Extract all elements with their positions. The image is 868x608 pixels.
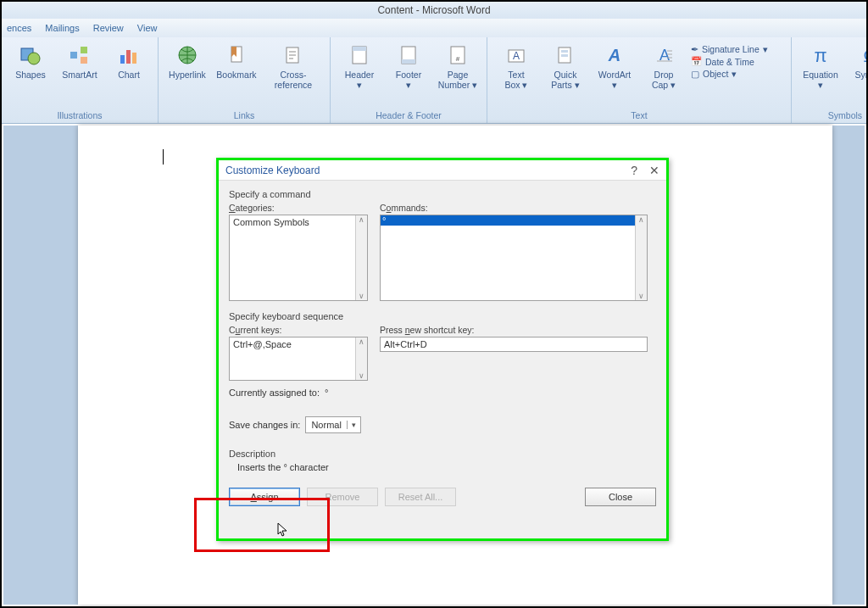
svg-rect-21 (561, 54, 568, 57)
group-title-hf: Header & Footer (337, 109, 480, 123)
group-illustrations: Shapes SmartArt Chart Illustrations (2, 37, 159, 123)
signature-line-button[interactable]: ✒Signature Line ▾ (691, 44, 784, 54)
list-item[interactable]: Common Symbols (233, 217, 309, 227)
svg-rect-4 (81, 57, 87, 64)
categories-label: Categories: (229, 203, 368, 213)
object-icon: ▢ (691, 69, 699, 79)
quickparts-icon (553, 42, 578, 68)
scrollbar[interactable]: ∧∨ (355, 215, 367, 300)
crossref-button[interactable]: Cross-reference (264, 41, 323, 109)
ribbon-tabs: ences Mailings Review View (2, 19, 866, 37)
chart-button[interactable]: Chart (107, 41, 151, 109)
svg-rect-12 (353, 47, 366, 51)
svg-text:A: A (608, 46, 620, 64)
calendar-icon: 📅 (691, 56, 702, 67)
omega-icon: Ω (857, 42, 868, 68)
specify-sequence-label: Specify keyboard sequence (229, 311, 656, 321)
tab-mailings[interactable]: Mailings (45, 23, 79, 33)
tab-view[interactable]: View (137, 23, 158, 33)
text-small-items: ✒Signature Line ▾ 📅Date & Time ▢Object ▾ (691, 41, 784, 109)
help-button[interactable]: ? (631, 164, 637, 177)
wordart-icon: A (602, 42, 627, 68)
svg-rect-2 (70, 52, 77, 59)
remove-button: Remove (307, 488, 378, 506)
assign-button[interactable]: Assign (229, 488, 300, 506)
press-new-label: Press new shortcut key: (380, 325, 656, 335)
group-title-links: Links (165, 109, 323, 123)
specify-command-label: Specify a command (229, 189, 656, 199)
group-text: A Text Box ▾ Quick Parts ▾ A WordArt▾ A … (487, 37, 792, 123)
dialog-titlebar: Customize Keyboard ? ✕ (219, 160, 666, 181)
quickparts-button[interactable]: Quick Parts ▾ (543, 41, 587, 109)
save-changes-row: Save changes in: Normal ▾ (229, 416, 656, 433)
tab-review[interactable]: Review (93, 23, 124, 33)
group-title-illustrations: Illustrations (8, 109, 151, 123)
shapes-icon (18, 42, 43, 68)
svg-text:π: π (814, 45, 826, 66)
new-shortcut-input[interactable]: Alt+Ctrl+D (380, 337, 648, 352)
header-button[interactable]: Header▾ (337, 41, 381, 109)
smartart-icon (67, 42, 92, 68)
scrollbar[interactable]: ∧∨ (635, 215, 647, 300)
shapes-button[interactable]: Shapes (8, 41, 53, 109)
header-icon (347, 42, 372, 68)
scrollbar[interactable]: ∧∨ (355, 337, 367, 380)
hyperlink-button[interactable]: Hyperlink (165, 41, 209, 109)
footer-button[interactable]: Footer▾ (387, 41, 431, 109)
customize-keyboard-dialog: Customize Keyboard ? ✕ Specify a command… (216, 158, 669, 541)
bookmark-icon (224, 42, 249, 68)
wordart-button[interactable]: A WordArt▾ (593, 41, 637, 109)
svg-text:A: A (513, 50, 520, 62)
object-button[interactable]: ▢Object ▾ (691, 69, 784, 79)
svg-rect-3 (81, 47, 87, 53)
dropcap-button[interactable]: A Drop Cap ▾ (642, 41, 686, 109)
description-text: Inserts the ° character (229, 462, 656, 472)
dialog-title: Customize Keyboard (225, 165, 320, 176)
group-title-symbols: Symbols (798, 109, 868, 123)
list-item-selected[interactable]: ° (381, 215, 635, 226)
current-keys-label: Current keys: (229, 325, 368, 335)
reset-all-button: Reset All... (385, 488, 456, 506)
close-button[interactable]: Close (585, 488, 656, 506)
svg-text:Ω: Ω (864, 47, 868, 65)
group-header-footer: Header▾ Footer▾ # Page Number ▾ Header &… (331, 37, 487, 123)
categories-listbox[interactable]: Common Symbols ∧∨ (229, 215, 368, 301)
svg-rect-6 (126, 50, 131, 64)
commands-listbox[interactable]: ° ∧∨ (380, 215, 648, 301)
pi-icon: π (808, 42, 833, 68)
crossref-icon (281, 42, 306, 68)
group-symbols: π Equation▾ Ω Symbol▾ Symbols (792, 37, 868, 123)
svg-rect-20 (561, 50, 568, 53)
window-title: Content - Microsoft Word (2, 2, 866, 19)
ribbon: Shapes SmartArt Chart Illustrations Hype… (2, 37, 866, 124)
text-cursor (163, 149, 164, 165)
group-title-text: Text (494, 109, 784, 123)
commands-label: Commands: (380, 203, 648, 213)
close-icon[interactable]: ✕ (649, 164, 659, 177)
tab-references[interactable]: ences (7, 23, 31, 33)
group-links: Hyperlink Bookmark Cross-reference Links (159, 37, 331, 123)
svg-rect-7 (132, 53, 136, 64)
bookmark-button[interactable]: Bookmark (214, 41, 259, 109)
svg-text:#: # (456, 55, 460, 63)
globe-icon (175, 42, 200, 68)
chart-icon (116, 42, 142, 68)
svg-rect-14 (402, 59, 415, 64)
svg-point-1 (28, 53, 40, 64)
textbox-button[interactable]: A Text Box ▾ (494, 41, 538, 109)
footer-icon (396, 42, 421, 68)
currently-assigned-row: Currently assigned to: ° (229, 388, 656, 398)
signature-icon: ✒ (691, 44, 698, 54)
dropcap-icon: A (651, 42, 676, 68)
svg-rect-5 (120, 55, 125, 64)
save-changes-select[interactable]: Normal ▾ (305, 416, 360, 433)
smartart-button[interactable]: SmartArt (58, 41, 102, 109)
symbol-button[interactable]: Ω Symbol▾ (848, 41, 868, 109)
current-keys-listbox[interactable]: Ctrl+@,Space ∧∨ (229, 337, 368, 381)
pagenumber-button[interactable]: # Page Number ▾ (436, 41, 480, 109)
description-label: Description (229, 449, 656, 459)
date-time-button[interactable]: 📅Date & Time (691, 56, 784, 67)
pagenumber-icon: # (445, 42, 470, 68)
equation-button[interactable]: π Equation▾ (798, 41, 843, 109)
textbox-icon: A (504, 42, 529, 68)
